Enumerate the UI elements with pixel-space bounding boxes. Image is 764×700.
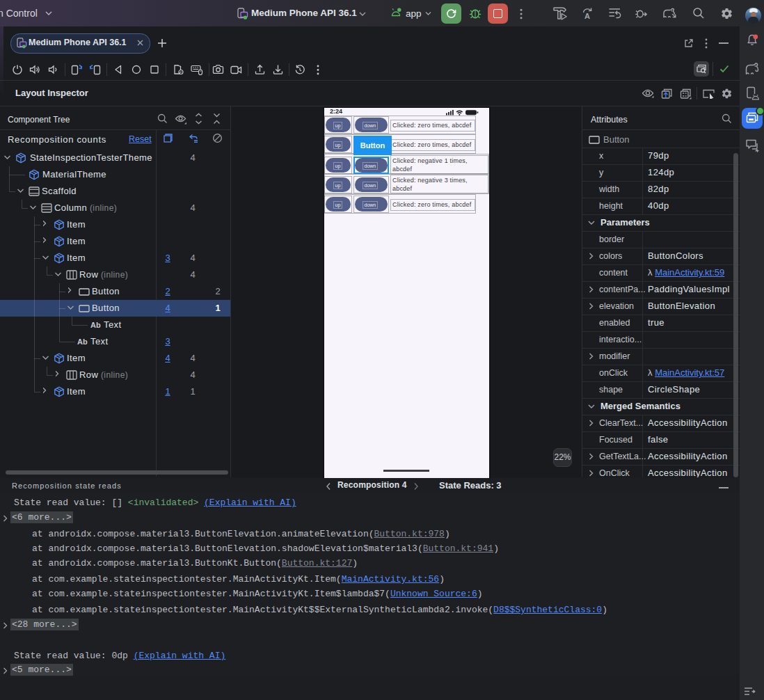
svg-text:A: A <box>584 12 590 20</box>
